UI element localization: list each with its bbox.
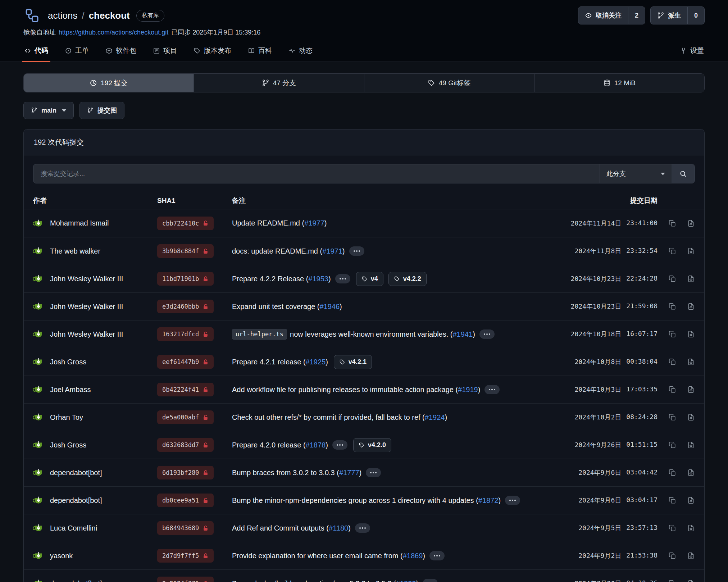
copy-sha-icon[interactable] — [668, 219, 676, 227]
view-file-icon[interactable] — [687, 275, 695, 283]
commit-pr-link[interactable]: #1946 — [319, 303, 340, 311]
stat-tags[interactable]: 49 Git标签 — [364, 74, 534, 92]
commit-pr-link[interactable]: #1971 — [322, 247, 342, 255]
stat-branches[interactable]: 47 分支 — [194, 74, 364, 92]
copy-sha-icon[interactable] — [668, 579, 676, 582]
search-submit-button[interactable] — [672, 164, 695, 183]
tab-wiki[interactable]: 百科 — [247, 44, 273, 62]
avatar[interactable] — [33, 412, 44, 423]
avatar[interactable] — [33, 329, 44, 340]
avatar[interactable] — [33, 218, 44, 229]
ellipsis-button[interactable] — [479, 329, 495, 339]
ellipsis-button[interactable] — [335, 274, 350, 283]
avatar[interactable] — [33, 523, 44, 533]
copy-sha-icon[interactable] — [668, 441, 676, 449]
commit-sha-badge[interactable]: cbb722410c — [157, 217, 214, 230]
ellipsis-button[interactable] — [484, 385, 500, 394]
copy-sha-icon[interactable] — [668, 496, 676, 504]
commit-sha-badge[interactable]: 9a9194f871 — [157, 577, 214, 582]
view-file-icon[interactable] — [687, 469, 695, 477]
watchers-count[interactable]: 2 — [628, 7, 645, 24]
commit-pr-link[interactable]: #1180 — [329, 524, 348, 532]
avatar[interactable] — [33, 384, 44, 395]
ellipsis-button[interactable] — [355, 523, 370, 533]
copy-sha-icon[interactable] — [668, 552, 676, 560]
view-file-icon[interactable] — [687, 441, 695, 449]
commit-sha-badge[interactable]: db0cee9a51 — [157, 494, 214, 507]
branch-selector[interactable]: main — [23, 102, 74, 119]
version-tag-pill[interactable]: v4.2.2 — [388, 272, 427, 286]
commit-pr-link[interactable]: #1977 — [304, 219, 324, 227]
commit-pr-link[interactable]: #1924 — [425, 413, 445, 422]
view-file-icon[interactable] — [687, 303, 695, 310]
copy-sha-icon[interactable] — [668, 330, 676, 338]
unwatch-button-main[interactable]: 取消关注 — [578, 7, 628, 24]
stat-commits[interactable]: 192 提交 — [24, 74, 194, 92]
commit-pr-link[interactable]: #1941 — [453, 330, 473, 338]
avatar[interactable] — [33, 246, 44, 256]
view-file-icon[interactable] — [687, 413, 695, 421]
avatar[interactable] — [33, 273, 44, 284]
copy-sha-icon[interactable] — [668, 469, 676, 477]
commit-sha-badge[interactable]: b684943689 — [157, 521, 214, 535]
commit-sha-badge[interactable]: 2d7d9f7ff5 — [157, 549, 214, 563]
commit-sha-badge[interactable]: 11bd71901b — [157, 272, 214, 286]
ellipsis-button[interactable] — [349, 246, 364, 256]
ellipsis-button[interactable] — [505, 496, 520, 505]
version-tag-pill[interactable]: v4.2.0 — [353, 438, 391, 452]
repo-owner-link[interactable]: actions — [48, 10, 77, 21]
view-file-icon[interactable] — [687, 247, 695, 255]
ellipsis-button[interactable] — [429, 551, 445, 560]
avatar[interactable] — [33, 440, 44, 450]
ellipsis-button[interactable] — [423, 579, 438, 582]
commit-sha-badge[interactable]: 163217dfcd — [157, 327, 214, 341]
avatar[interactable] — [33, 356, 44, 367]
copy-sha-icon[interactable] — [668, 358, 676, 366]
commit-sha-badge[interactable]: d632683dd7 — [157, 438, 214, 452]
avatar[interactable] — [33, 550, 44, 561]
copy-sha-icon[interactable] — [668, 303, 676, 310]
fork-button[interactable]: 派生 0 — [650, 6, 705, 24]
view-file-icon[interactable] — [687, 579, 695, 582]
avatar[interactable] — [33, 301, 44, 312]
commit-sha-badge[interactable]: 6d193bf280 — [157, 466, 214, 479]
tab-packages[interactable]: 软件包 — [105, 44, 137, 62]
commit-sha-badge[interactable]: 6b42224f41 — [157, 383, 214, 396]
forks-count[interactable]: 0 — [687, 7, 704, 24]
commit-pr-link[interactable]: #1919 — [458, 386, 478, 394]
tab-activity[interactable]: 动态 — [288, 44, 313, 62]
copy-sha-icon[interactable] — [668, 413, 676, 421]
unwatch-button[interactable]: 取消关注 2 — [578, 6, 645, 24]
ellipsis-button[interactable] — [332, 440, 347, 450]
tab-projects[interactable]: 项目 — [152, 44, 178, 62]
view-file-icon[interactable] — [687, 330, 695, 338]
commit-search-input[interactable] — [33, 164, 600, 183]
branch-filter-select[interactable]: 此分支 — [600, 164, 672, 183]
stat-size[interactable]: 12 MiB — [534, 74, 704, 92]
view-file-icon[interactable] — [687, 524, 695, 532]
commit-sha-badge[interactable]: 3b9b8c884f — [157, 244, 214, 258]
commit-pr-link[interactable]: #1953 — [308, 275, 328, 283]
avatar[interactable] — [33, 578, 44, 582]
view-file-icon[interactable] — [687, 552, 695, 560]
commit-pr-link[interactable]: #1777 — [339, 469, 359, 477]
tab-settings[interactable]: 设置 — [679, 44, 705, 62]
commit-pr-link[interactable]: #1832 — [396, 579, 416, 582]
commit-pr-link[interactable]: #1878 — [306, 441, 326, 449]
copy-sha-icon[interactable] — [668, 275, 676, 283]
commit-pr-link[interactable]: #1872 — [478, 496, 499, 505]
commit-sha-badge[interactable]: de5a000abf — [157, 410, 214, 424]
commit-pr-link[interactable]: #1925 — [306, 358, 326, 366]
tab-releases[interactable]: 版本发布 — [193, 44, 232, 62]
commit-sha-badge[interactable]: eef61447b9 — [157, 355, 214, 369]
commit-pr-link[interactable]: #1869 — [403, 552, 423, 560]
mirror-url-link[interactable]: https://github.com/actions/checkout.git — [59, 29, 168, 36]
tab-code[interactable]: 代码 — [23, 44, 49, 62]
commit-graph-button[interactable]: 提交图 — [79, 102, 124, 119]
version-tag-pill[interactable]: v4 — [356, 272, 383, 286]
view-file-icon[interactable] — [687, 386, 695, 394]
tab-issues[interactable]: 工单 — [64, 44, 90, 62]
avatar[interactable] — [33, 467, 44, 478]
fork-button-main[interactable]: 派生 — [651, 7, 687, 24]
commit-sha-badge[interactable]: e3d2460bbb — [157, 300, 214, 313]
